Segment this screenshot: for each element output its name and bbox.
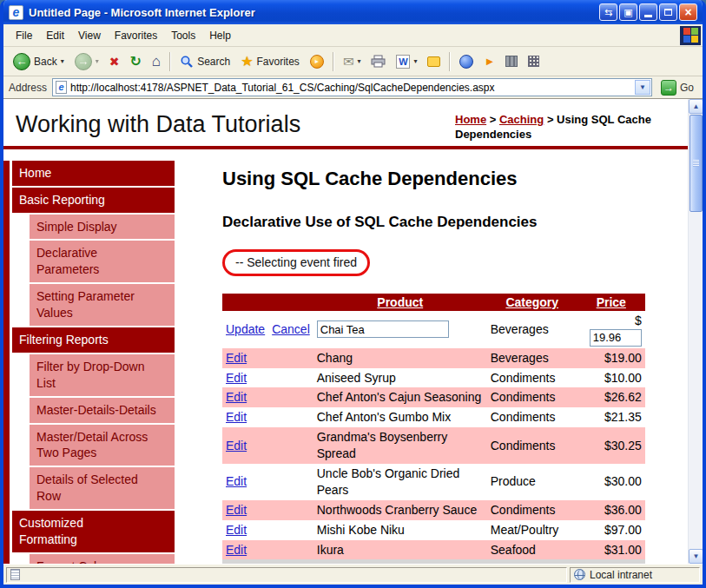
flag-green [691, 28, 698, 35]
address-dropdown-button[interactable]: ▼ [635, 80, 650, 95]
favorites-button[interactable]: ★ Favorites [236, 50, 304, 74]
sidebar-item-setting-parameter-values[interactable]: Setting Parameter Values [30, 284, 175, 326]
close-button[interactable]: × [679, 3, 697, 21]
sidebar-item-format-colors[interactable]: Format Colors [30, 554, 175, 564]
product-cell: Uncle Bob's Organic Dried Pears [313, 464, 487, 500]
refresh-button[interactable]: ↻ [125, 50, 145, 74]
flag-yellow [691, 36, 698, 43]
breadcrumb-link-home[interactable]: Home [455, 113, 486, 126]
edit-link[interactable]: Edit [226, 410, 247, 424]
title-extra-button-2[interactable]: ▣ [619, 3, 637, 21]
category-cell: Condiments [487, 500, 577, 520]
discuss-button[interactable] [423, 50, 445, 74]
actions-cell: Edit [222, 387, 313, 407]
address-label: Address [9, 82, 47, 94]
menu-help[interactable]: Help [202, 26, 238, 45]
printer-icon [371, 55, 386, 68]
sidebar-item-master-details-details[interactable]: Master-Details-Details [30, 398, 175, 423]
edit-link[interactable]: Edit [226, 351, 247, 365]
table-row: Edit Chef Anton's Gumbo Mix Condiments $… [222, 407, 645, 427]
back-dropdown-icon[interactable]: ▾ [61, 57, 64, 65]
sidebar-item-home[interactable]: Home [12, 161, 175, 186]
category-cell: Seafood [487, 540, 577, 560]
toolbar: ← Back ▾ → ▾ ✖ ↻ ⌂ Search ★ Favorites [3, 47, 703, 76]
edit-with-word-button[interactable]: W ▾ [392, 50, 421, 74]
sidebar-item-filter-by-dropdown-list[interactable]: Filter by Drop-Down List [30, 354, 175, 396]
price-cell: $26.62 [577, 387, 645, 407]
extra-tool-button[interactable]: ► [479, 50, 499, 74]
pager-link-ellipsis[interactable]: ... [610, 562, 620, 564]
sidebar-item-simple-display[interactable]: Simple Display [30, 215, 175, 240]
cancel-link[interactable]: Cancel [272, 322, 310, 336]
mail-button[interactable]: ✉ ▾ [339, 50, 366, 74]
security-zone-label: Local intranet [590, 569, 652, 581]
category-cell: Condiments [487, 387, 577, 407]
menu-edit[interactable]: Edit [39, 26, 71, 45]
category-sort-link[interactable]: Category [505, 295, 558, 309]
pager-link-2[interactable]: 2 [551, 562, 558, 564]
product-name-input[interactable] [317, 320, 449, 338]
back-button[interactable]: ← Back ▾ [9, 50, 69, 74]
stop-button[interactable]: ✖ [105, 50, 124, 74]
document-icon [10, 569, 20, 580]
menu-tools[interactable]: Tools [164, 26, 202, 45]
mail-dropdown-icon[interactable]: ▾ [357, 57, 360, 65]
scrollbar-up-button[interactable]: ▲ [689, 99, 703, 114]
section-subtitle: Declarative Use of SQL Cache Dependencie… [222, 214, 688, 231]
sidebar-item-details-of-selected-row[interactable]: Details of Selected Row [30, 467, 175, 509]
globe-icon [574, 569, 585, 580]
messenger-button[interactable] [455, 50, 478, 74]
menu-favorites[interactable]: Favorites [108, 26, 164, 45]
go-button[interactable]: → Go [657, 80, 697, 96]
word-dropdown-icon[interactable]: ▾ [413, 57, 417, 65]
category-cell: Condiments [487, 407, 577, 427]
sidebar-item-basic-reporting[interactable]: Basic Reporting [12, 188, 175, 213]
edit-link[interactable]: Edit [226, 474, 247, 488]
building-tool-button[interactable] [501, 50, 522, 74]
product-sort-link[interactable]: Product [377, 295, 423, 309]
refresh-icon: ↻ [129, 53, 141, 69]
sidebar-item-filtering-reports[interactable]: Filtering Reports [12, 327, 175, 353]
title-extra-button-1[interactable]: ⇆ [599, 3, 617, 21]
status-bar: Local intranet [3, 564, 703, 585]
media-button[interactable]: ▸ [306, 50, 328, 74]
minimize-button[interactable] [639, 3, 657, 21]
sidebar-item-master-detail-two-pages[interactable]: Master/Detail Across Two Pages [30, 425, 175, 466]
edit-link[interactable]: Edit [226, 503, 247, 517]
grid-tool-button[interactable] [524, 50, 544, 74]
edit-link[interactable]: Edit [226, 390, 247, 404]
menu-file[interactable]: File [9, 26, 39, 45]
vertical-scrollbar[interactable]: ▲ ▼ [688, 99, 703, 564]
actions-cell: Edit [222, 540, 313, 560]
forward-button[interactable]: → ▾ [70, 50, 103, 74]
price-sort-link[interactable]: Price [597, 295, 626, 309]
browser-window: e Untitled Page - Microsoft Internet Exp… [0, 0, 706, 588]
product-cell: Northwoods Cranberry Sauce [313, 500, 487, 520]
restore-icon [664, 9, 672, 16]
sidebar-item-declarative-parameters[interactable]: Declarative Parameters [30, 241, 175, 282]
edit-link[interactable]: Edit [226, 371, 247, 385]
print-button[interactable] [366, 50, 390, 74]
address-input[interactable] [70, 82, 631, 94]
actions-cell: Edit [222, 464, 313, 500]
product-cell: Chang [313, 348, 487, 368]
price-input[interactable] [590, 329, 642, 347]
update-link[interactable]: Update [226, 322, 265, 336]
pager-link-4[interactable]: 4 [580, 562, 587, 564]
restore-button[interactable] [659, 3, 677, 21]
search-button[interactable]: Search [175, 50, 234, 74]
title-bar: e Untitled Page - Microsoft Internet Exp… [3, 0, 703, 24]
edit-link[interactable]: Edit [226, 543, 247, 557]
home-button[interactable]: ⌂ [148, 50, 165, 74]
edit-link[interactable]: Edit [226, 439, 247, 453]
sidebar-item-customized-formatting[interactable]: Customized Formatting [12, 511, 175, 552]
pager-link-next[interactable]: >> [627, 562, 641, 564]
pager-link-5[interactable]: 5 [595, 562, 602, 564]
scrollbar-thumb[interactable] [690, 115, 703, 212]
edit-link[interactable]: Edit [226, 523, 247, 537]
breadcrumb-link-caching[interactable]: Caching [499, 113, 544, 126]
main-content: Using SQL Cache Dependencies Declarative… [175, 161, 688, 564]
pager-link-3[interactable]: 3 [566, 562, 573, 564]
scrollbar-down-button[interactable]: ▼ [689, 549, 703, 564]
menu-view[interactable]: View [71, 26, 108, 45]
